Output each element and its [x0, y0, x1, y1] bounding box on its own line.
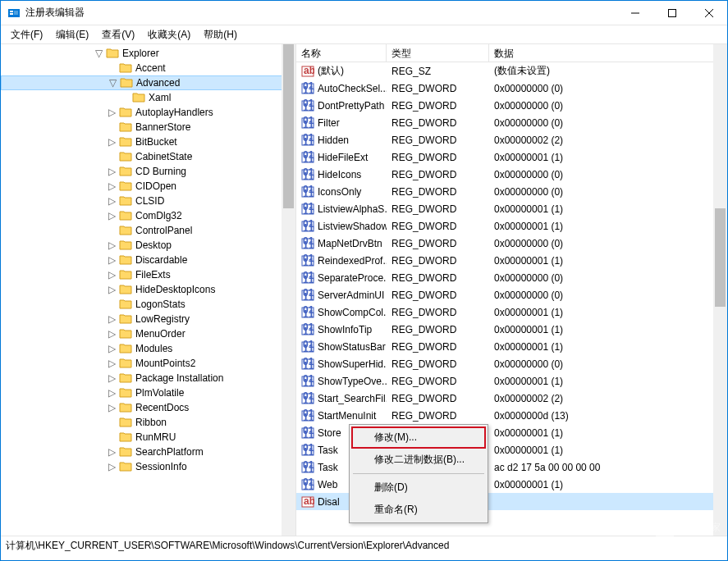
list-row[interactable]: 011110IconsOnlyREG_DWORD0x00000000 (0): [296, 183, 727, 200]
list-row[interactable]: 011110AutoCheckSel...REG_DWORD0x00000000…: [296, 80, 727, 97]
tree-node-discardable[interactable]: ▷Discardable: [1, 253, 295, 267]
tree-node-comdlg32[interactable]: ▷ComDlg32: [1, 208, 295, 223]
tree-node-advanced[interactable]: ▽Advanced: [1, 75, 295, 90]
tree-node-autoplayhandlers[interactable]: ▷AutoplayHandlers: [1, 105, 295, 120]
list-scrollbar-thumb[interactable]: [715, 208, 726, 307]
menu-file[interactable]: 文件(F): [4, 26, 49, 43]
chevron-right-icon[interactable]: ▷: [106, 210, 117, 221]
tree-node-mountpoints2[interactable]: ▷MountPoints2: [1, 356, 295, 371]
cell-name: 011110ShowCompCol...: [296, 306, 387, 319]
close-button[interactable]: [690, 1, 727, 25]
list-row[interactable]: 011110ShowStatusBarREG_DWORD0x00000001 (…: [296, 338, 727, 355]
tree-node-fileexts[interactable]: ▷FileExts: [1, 267, 295, 282]
list-row[interactable]: ab(默认)REG_SZ(数值未设置): [296, 62, 727, 80]
list-scrollbar[interactable]: [713, 44, 727, 536]
tree-node-ribbon[interactable]: Ribbon: [1, 415, 295, 430]
chevron-right-icon[interactable]: ▷: [106, 446, 117, 458]
list-row[interactable]: 011110DontPrettyPathREG_DWORD0x00000000 …: [296, 97, 727, 114]
tree-node-bitbucket[interactable]: ▷BitBucket: [1, 135, 295, 149]
list-row[interactable]: 011110ReindexedProf...REG_DWORD0x0000000…: [296, 252, 727, 269]
ctx-rename[interactable]: 重命名(R): [351, 499, 486, 521]
dword-value-icon: 011110: [301, 375, 314, 388]
chevron-right-icon[interactable]: ▷: [106, 461, 117, 472]
tree-panel[interactable]: ▽ExplorerAccent▽AdvancedXaml▷AutoplayHan…: [1, 44, 296, 536]
list-row[interactable]: 011110HideIconsREG_DWORD0x00000000 (0): [296, 166, 727, 183]
tree-node-recentdocs[interactable]: ▷RecentDocs: [1, 400, 295, 415]
tree-node-sessioninfo[interactable]: ▷SessionInfo: [1, 459, 295, 474]
tree-node-modules[interactable]: ▷Modules: [1, 341, 295, 356]
chevron-right-icon[interactable]: ▷: [106, 269, 117, 280]
dword-value-icon: 011110: [301, 340, 314, 353]
chevron-right-icon[interactable]: ▷: [106, 313, 117, 325]
maximize-button[interactable]: [653, 1, 690, 25]
chevron-right-icon[interactable]: ▷: [106, 343, 117, 354]
list-row[interactable]: 011110MapNetDrvBtnREG_DWORD0x00000000 (0…: [296, 235, 727, 252]
chevron-right-icon[interactable]: ▷: [106, 239, 117, 251]
list-row[interactable]: 011110StartMenuInitREG_DWORD0x0000000d (…: [296, 407, 727, 424]
minimize-button[interactable]: [616, 1, 653, 25]
tree-node-explorer[interactable]: ▽Explorer: [1, 46, 295, 61]
tree-node-controlpanel[interactable]: ControlPanel: [1, 223, 295, 238]
svg-text:ab: ab: [304, 65, 314, 76]
list-row[interactable]: 011110HiddenREG_DWORD0x00000002 (2): [296, 131, 727, 148]
chevron-right-icon[interactable]: ▷: [106, 136, 117, 148]
list-row[interactable]: 011110FilterREG_DWORD0x00000000 (0): [296, 114, 727, 131]
tree-node-runmru[interactable]: RunMRU: [1, 430, 295, 445]
menu-edit[interactable]: 编辑(E): [49, 26, 95, 43]
chevron-right-icon[interactable]: ▷: [106, 372, 117, 384]
tree-node-logonstats[interactable]: LogonStats: [1, 297, 295, 312]
chevron-right-icon[interactable]: ▷: [106, 254, 117, 266]
chevron-right-icon[interactable]: ▷: [106, 166, 117, 177]
tree-node-cd-burning[interactable]: ▷CD Burning: [1, 164, 295, 179]
chevron-right-icon[interactable]: ▷: [106, 284, 117, 295]
list-row[interactable]: 011110Start_SearchFil...REG_DWORD0x00000…: [296, 390, 727, 407]
chevron-down-icon[interactable]: ▽: [93, 48, 104, 59]
tree-node-bannerstore[interactable]: BannerStore: [1, 120, 295, 135]
tree-node-package-installation[interactable]: ▷Package Installation: [1, 371, 295, 385]
list-row[interactable]: 011110ShowTypeOve...REG_DWORD0x00000001 …: [296, 372, 727, 390]
header-data[interactable]: 数据: [489, 44, 727, 62]
tree-node-clsid[interactable]: ▷CLSID: [1, 194, 295, 208]
tree-node-accent[interactable]: Accent: [1, 61, 295, 75]
ctx-delete[interactable]: 删除(D): [351, 477, 486, 499]
tree-node-lowregistry[interactable]: ▷LowRegistry: [1, 312, 295, 326]
menu-help[interactable]: 帮助(H): [197, 26, 244, 43]
list-panel[interactable]: 名称 类型 数据 ab(默认)REG_SZ(数值未设置)011110AutoCh…: [296, 44, 727, 536]
ctx-modify-binary[interactable]: 修改二进制数据(B)...: [351, 449, 486, 471]
chevron-right-icon[interactable]: ▷: [106, 180, 117, 192]
list-row[interactable]: 011110ShowInfoTipREG_DWORD0x00000001 (1): [296, 321, 727, 338]
tree-scrollbar[interactable]: [282, 44, 295, 536]
list-row[interactable]: 011110ListviewShadowREG_DWORD0x00000001 …: [296, 217, 727, 235]
chevron-right-icon[interactable]: ▷: [106, 107, 117, 118]
tree-node-hidedesktopicons[interactable]: ▷HideDesktopIcons: [1, 282, 295, 297]
list-row[interactable]: 011110HideFileExtREG_DWORD0x00000001 (1): [296, 148, 727, 166]
chevron-right-icon[interactable]: ▷: [106, 328, 117, 340]
tree-node-plmvolatile[interactable]: ▷PlmVolatile: [1, 385, 295, 400]
list-row[interactable]: 011110ListviewAlphaS...REG_DWORD0x000000…: [296, 200, 727, 217]
list-row[interactable]: 011110SeparateProce...REG_DWORD0x0000000…: [296, 269, 727, 286]
tree-label: CIDOpen: [135, 180, 176, 192]
chevron-right-icon[interactable]: ▷: [106, 195, 117, 207]
tree-scrollbar-thumb[interactable]: [283, 44, 294, 208]
header-type[interactable]: 类型: [387, 44, 489, 62]
svg-text:110: 110: [303, 153, 314, 164]
menu-favorites[interactable]: 收藏夹(A): [141, 26, 197, 43]
menu-view[interactable]: 查看(V): [95, 26, 141, 43]
chevron-right-icon[interactable]: ▷: [106, 402, 117, 413]
chevron-down-icon[interactable]: ▽: [107, 77, 118, 89]
chevron-right-icon[interactable]: ▷: [106, 358, 117, 369]
tree-label: Package Installation: [135, 372, 223, 384]
list-row[interactable]: 011110ShowCompCol...REG_DWORD0x00000001 …: [296, 303, 727, 321]
tree-node-xaml[interactable]: Xaml: [1, 90, 295, 105]
tree-node-cidopen[interactable]: ▷CIDOpen: [1, 179, 295, 194]
list-row[interactable]: 011110ShowSuperHid...REG_DWORD0x00000000…: [296, 355, 727, 372]
tree-node-cabinetstate[interactable]: CabinetState: [1, 149, 295, 164]
tree-node-menuorder[interactable]: ▷MenuOrder: [1, 326, 295, 341]
header-name[interactable]: 名称: [296, 44, 387, 62]
chevron-right-icon[interactable]: ▷: [106, 387, 117, 399]
list-row[interactable]: 011110ServerAdminUIREG_DWORD0x00000000 (…: [296, 286, 727, 303]
tree-node-searchplatform[interactable]: ▷SearchPlatform: [1, 445, 295, 459]
tree-node-desktop[interactable]: ▷Desktop: [1, 238, 295, 253]
ctx-modify[interactable]: 修改(M)...: [351, 426, 486, 449]
tree-label: ControlPanel: [135, 225, 192, 236]
